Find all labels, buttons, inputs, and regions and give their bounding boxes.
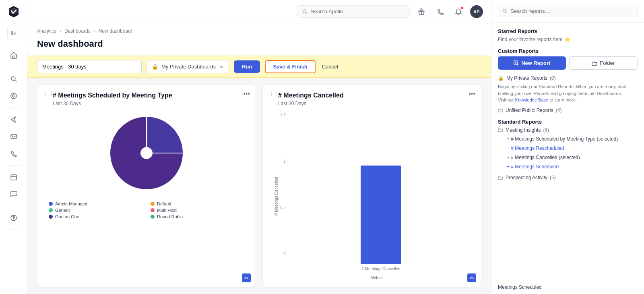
sidebar-nav xyxy=(5,43,22,294)
svg-point-20 xyxy=(140,147,153,159)
gift-icon-btn[interactable] xyxy=(415,5,428,19)
y-axis-title-wrap: # Meetings Cancelled xyxy=(274,113,279,280)
sidebar-item-home[interactable] xyxy=(5,48,22,63)
reports-search-input[interactable] xyxy=(510,8,633,14)
drag-handle-2[interactable]: ⋮⋮ xyxy=(268,90,280,97)
bar-meetings-cancelled xyxy=(361,166,401,264)
svg-point-6 xyxy=(12,95,15,97)
phone-icon-btn[interactable] xyxy=(433,5,447,19)
bar-chart-area: # Meetings Cancelled 1.5 1 0.5 0 xyxy=(270,113,474,280)
report-item-scheduled-type[interactable]: + # Meetings Scheduled by Meeting Type (… xyxy=(498,135,638,144)
report-item-scheduled[interactable]: + # Meetings Scheduled xyxy=(498,162,638,172)
legend-item-5: Round Robin xyxy=(151,214,244,219)
edit-bar: 🔒 My Private Dashboards Run Save & Finis… xyxy=(27,56,491,78)
expand-btn-1[interactable] xyxy=(242,273,251,282)
folder-row-prospecting[interactable]: Prospecting Activity (5) xyxy=(498,175,638,180)
meeting-insights-count: (4) xyxy=(543,127,549,133)
svg-rect-2 xyxy=(14,33,16,34)
chart-card-2: ⋮⋮ ••• # Meetings Cancelled Last 30 Days… xyxy=(262,84,481,288)
sidebar-collapse-button[interactable] xyxy=(7,27,20,39)
breadcrumb: Analytics › Dashboards › New dashboard xyxy=(27,23,491,37)
meetings-scheduled-label: Meetings Scheduled xyxy=(498,284,542,290)
legend-item-1: Default xyxy=(151,201,244,206)
user-avatar[interactable]: AP xyxy=(470,5,483,18)
grid-line-top xyxy=(288,113,474,113)
sidebar-divider-5 xyxy=(8,230,20,230)
y-label-0.5: 0.5 xyxy=(280,205,286,210)
folder-icon xyxy=(592,60,597,66)
legend-dot-4 xyxy=(49,215,53,219)
report-item-rescheduled[interactable]: + # Meetings Rescheduled xyxy=(498,144,638,153)
folder-row-meeting-insights[interactable]: Meeting Insights (4) xyxy=(498,127,638,133)
run-button[interactable]: Run xyxy=(234,60,260,73)
breadcrumb-sep-1: › xyxy=(60,28,61,34)
legend-item-2: Generic xyxy=(49,208,142,213)
grid-line-mid1 xyxy=(288,163,474,163)
meeting-insights-folder-icon xyxy=(498,127,503,133)
starred-reports-title: Starred Reports xyxy=(498,28,638,34)
sidebar-item-conversations[interactable] xyxy=(5,186,22,202)
drag-handle-1[interactable]: ⋮⋮ xyxy=(43,90,54,97)
expand-btn-2[interactable] xyxy=(467,273,476,282)
dashboard-name-input[interactable] xyxy=(37,60,142,73)
pie-legend: Admin Managed Default Generic Multi xyxy=(45,201,248,219)
sidebar-divider-3 xyxy=(8,165,20,166)
y-label-0: 0 xyxy=(283,252,286,256)
pie-chart-container xyxy=(45,113,248,193)
x-axis-title: Metrics xyxy=(280,275,474,280)
svg-rect-1 xyxy=(14,32,16,33)
folder-dropdown[interactable]: 🔒 My Private Dashboards xyxy=(147,60,229,73)
sidebar-divider-2 xyxy=(8,108,20,108)
folder-dropdown-label: My Private Dashboards xyxy=(161,64,216,70)
card-menu-2[interactable]: ••• xyxy=(469,90,475,97)
notifications-btn[interactable] xyxy=(452,5,465,19)
knowledge-base-link[interactable]: Knowledge Base xyxy=(515,97,549,102)
unfiled-folder-icon xyxy=(498,108,503,113)
sidebar-item-email[interactable] xyxy=(5,129,22,144)
standard-reports-section: Standard Reports Meeting Insights (4) + … xyxy=(498,119,638,181)
private-reports-desc: Begin by visiting our Standard Reports. … xyxy=(498,83,638,104)
legend-dot-0 xyxy=(49,202,53,206)
breadcrumb-dashboards[interactable]: Dashboards xyxy=(64,28,91,34)
sidebar-item-sequences[interactable] xyxy=(5,112,22,127)
search-input[interactable] xyxy=(311,8,405,14)
report-item-cancelled[interactable]: + # Meetings Cancelled (selected) xyxy=(498,153,638,162)
new-report-button[interactable]: New Report xyxy=(498,56,566,70)
breadcrumb-sep-2: › xyxy=(94,28,95,34)
cancel-button[interactable]: Cancel xyxy=(320,60,340,73)
prospecting-count: (5) xyxy=(550,175,556,180)
panel-search-icon xyxy=(502,8,507,14)
reports-search-bar[interactable] xyxy=(498,5,638,17)
chart-card-1: ⋮⋮ ••• # Meetings Scheduled by Meeting T… xyxy=(37,84,256,288)
chart-2-subtitle: Last 30 Days xyxy=(270,101,474,106)
phone-icon xyxy=(436,8,444,15)
svg-rect-12 xyxy=(11,175,17,180)
sidebar-item-deals[interactable] xyxy=(5,210,22,226)
gift-icon xyxy=(418,8,425,15)
save-finish-button[interactable]: Save & Finish xyxy=(265,60,315,73)
sidebar-item-phone[interactable] xyxy=(5,146,22,161)
app-logo[interactable] xyxy=(0,0,27,23)
main-area: AP Analytics › Dashboards › New dashboar… xyxy=(27,0,491,294)
sidebar-item-meetings[interactable] xyxy=(5,170,22,185)
svg-rect-11 xyxy=(11,135,17,139)
legend-item-3: Multi Host xyxy=(151,208,244,213)
breadcrumb-analytics[interactable]: Analytics xyxy=(37,28,56,34)
sidebar-item-search[interactable] xyxy=(5,71,22,87)
chevron-down-icon xyxy=(219,64,224,69)
folder-button[interactable]: Folder xyxy=(569,56,638,70)
global-search-bar[interactable] xyxy=(297,5,410,18)
sidebar-item-prospecting[interactable] xyxy=(5,88,22,104)
dashboard-grid: ⋮⋮ ••• # Meetings Scheduled by Meeting T… xyxy=(27,78,491,294)
legend-label-0: Admin Managed xyxy=(55,201,87,206)
y-label-1: 1 xyxy=(283,159,286,164)
legend-dot-3 xyxy=(151,208,155,212)
legend-dot-1 xyxy=(151,202,155,206)
notification-badge xyxy=(460,6,464,10)
new-report-row: New Report Folder xyxy=(498,56,638,70)
lock-icon: 🔒 xyxy=(152,64,158,70)
legend-item-4: One on One xyxy=(49,214,142,219)
card-menu-1[interactable]: ••• xyxy=(243,90,250,97)
new-report-icon xyxy=(513,60,519,66)
unfiled-reports-row: Unfiled Public Reports (4) xyxy=(498,108,638,113)
